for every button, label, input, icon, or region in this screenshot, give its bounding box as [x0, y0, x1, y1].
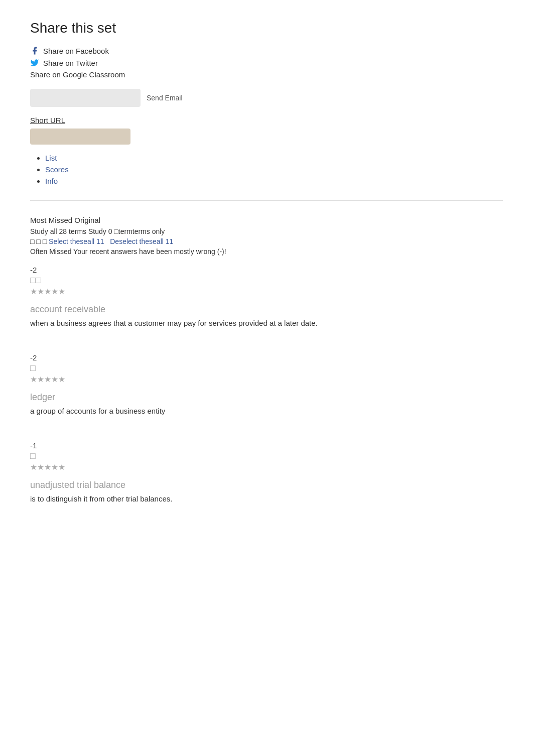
score-icons-2: □ [30, 363, 503, 373]
term-title-3: unadjusted trial balance [30, 480, 503, 490]
scores-link[interactable]: Scores [45, 165, 69, 174]
info-link[interactable]: Info [45, 177, 58, 185]
facebook-label: Share on Facebook [43, 47, 109, 55]
often-missed: Often Missed Your recent answers have be… [30, 247, 503, 256]
list-link[interactable]: List [45, 154, 57, 162]
short-url-section: Short URL [30, 116, 503, 145]
list-item-info[interactable]: Info [45, 177, 503, 185]
email-input-box[interactable] [30, 89, 141, 107]
facebook-icon [30, 46, 39, 55]
term-title-1: account receivable [30, 304, 503, 315]
share-section: Share on Facebook Share on Twitter Share… [30, 46, 503, 79]
score-icons-3: □ [30, 451, 503, 461]
score-stars-2: ★★★★★ [30, 374, 503, 384]
google-label: Share on Google Classroom [30, 70, 125, 79]
term-def-1: when a business agrees that a customer m… [30, 319, 503, 327]
short-url-label: Short URL [30, 116, 503, 124]
nav-list: List Scores Info [30, 154, 503, 185]
google-share-item[interactable]: Share on Google Classroom [30, 70, 503, 79]
list-item-list[interactable]: List [45, 154, 503, 162]
score-value-1: -2 [30, 266, 503, 274]
send-email-area: Send Email [30, 89, 503, 107]
deselect-all-link[interactable]: Deselect theseall 11 [110, 237, 173, 245]
term-cards-container: -2 □□ ★★★★★ account receivable when a bu… [30, 266, 503, 514]
missed-header: Most Missed Original [30, 216, 503, 224]
term-card-2: -2 □ ★★★★★ ledger a group of accounts fo… [30, 353, 503, 426]
select-checkbox-icons: □ □ □ [30, 237, 49, 245]
missed-section: Most Missed Original Study all 28 terms … [30, 216, 503, 256]
select-line: □ □ □ Select theseall 11 Deselect thesea… [30, 237, 503, 245]
page-title: Share this set [30, 20, 503, 36]
facebook-share-item[interactable]: Share on Facebook [30, 46, 503, 55]
twitter-icon [30, 58, 39, 67]
score-icons-1: □□ [30, 275, 503, 286]
term-card-1: -2 □□ ★★★★★ account receivable when a bu… [30, 266, 503, 338]
term-card-3: -1 □ ★★★★★ unadjusted trial balance is t… [30, 441, 503, 514]
short-url-box[interactable] [30, 129, 130, 145]
score-stars-1: ★★★★★ [30, 287, 503, 296]
twitter-share-item[interactable]: Share on Twitter [30, 58, 503, 67]
list-item-scores[interactable]: Scores [45, 165, 503, 174]
send-email-button[interactable]: Send Email [147, 94, 183, 102]
term-def-2: a group of accounts for a business entit… [30, 407, 503, 415]
term-title-2: ledger [30, 392, 503, 403]
twitter-label: Share on Twitter [43, 59, 98, 67]
divider-1 [30, 200, 503, 201]
score-stars-3: ★★★★★ [30, 462, 503, 472]
select-all-link[interactable]: Select theseall 11 [49, 237, 104, 245]
score-value-3: -1 [30, 441, 503, 450]
study-line: Study all 28 terms Study 0 □termterms on… [30, 227, 503, 235]
term-def-3: is to distinguish it from other trial ba… [30, 494, 503, 503]
score-value-2: -2 [30, 353, 503, 362]
